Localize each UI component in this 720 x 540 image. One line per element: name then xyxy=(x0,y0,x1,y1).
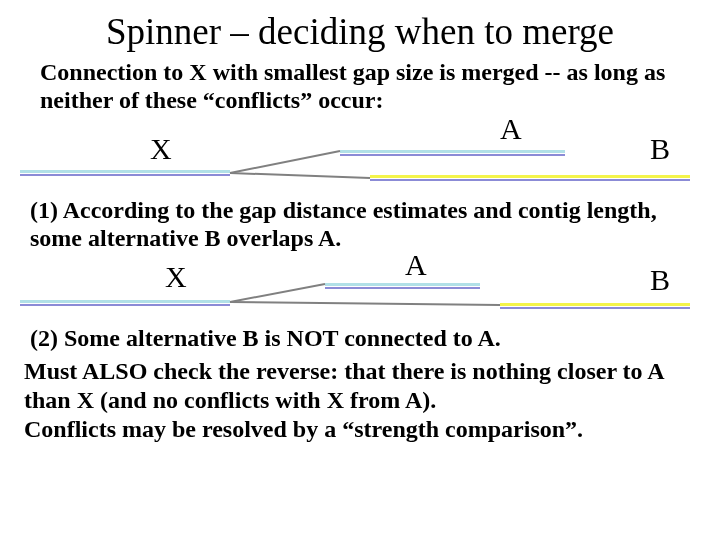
label-a: A xyxy=(500,112,522,146)
connector-lines-2 xyxy=(230,280,510,312)
segment-x-2 xyxy=(20,300,230,306)
label-x-2: X xyxy=(165,260,187,294)
diagram-1: X A B xyxy=(10,120,710,195)
final-paragraph-1: Must ALSO check the reverse: that there … xyxy=(24,357,700,415)
label-a-2: A xyxy=(405,248,427,282)
slide-title: Spinner – deciding when to merge xyxy=(0,10,720,53)
condition-2: (2) Some alternative B is NOT connected … xyxy=(30,325,690,353)
intro-text: Connection to X with smallest gap size i… xyxy=(40,59,690,114)
segment-b-2 xyxy=(500,303,690,309)
segment-b xyxy=(370,175,690,181)
condition-1: (1) According to the gap distance estima… xyxy=(30,197,690,252)
label-x: X xyxy=(150,132,172,166)
final-paragraph-2: Conflicts may be resolved by a “strength… xyxy=(24,415,700,444)
svg-line-3 xyxy=(230,302,500,305)
segment-x xyxy=(20,170,230,176)
svg-line-0 xyxy=(230,151,340,173)
connector-lines-1 xyxy=(230,148,390,188)
svg-line-2 xyxy=(230,284,325,302)
label-b-2: B xyxy=(650,263,670,297)
svg-line-1 xyxy=(230,173,370,178)
label-b: B xyxy=(650,132,670,166)
diagram-2: X A B xyxy=(10,258,710,323)
